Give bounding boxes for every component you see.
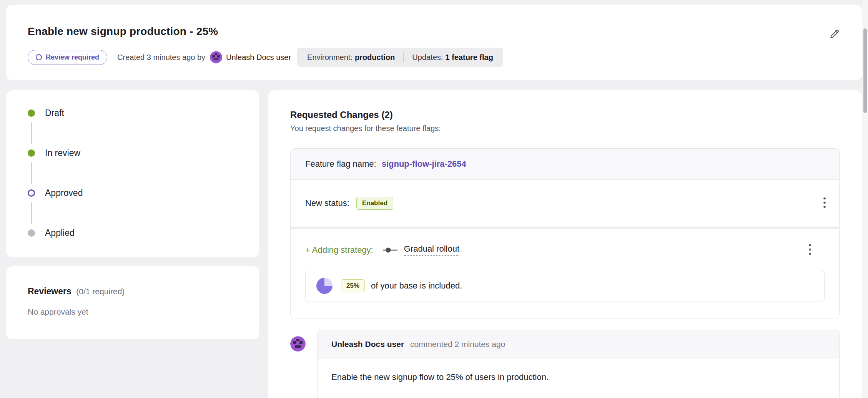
rollout-summary: 25% of your base is included. — [305, 270, 825, 302]
header-meta: Review required Created 3 minutes ago by… — [28, 48, 840, 67]
timeline-step-approved: Approved — [28, 187, 259, 199]
timeline-step-label: In review — [45, 148, 80, 158]
circle-outline-icon — [36, 54, 42, 60]
strategy-change-menu-button[interactable] — [805, 241, 815, 259]
change-request-page: Enable new signup production - 25% Revie… — [6, 5, 862, 398]
divider — [403, 52, 404, 62]
content-area: Draft In review Approved Applied — [6, 90, 862, 398]
enabled-status-badge: Enabled — [356, 197, 393, 210]
updates-label: Updates: — [412, 53, 443, 61]
flag-name-label: Feature flag name: — [305, 159, 376, 169]
rollout-text: of your base is included. — [371, 281, 462, 291]
rollout-slider-icon — [382, 247, 398, 254]
strategy-change-label: + Adding strategy: — [305, 245, 373, 255]
flag-card-header: Feature flag name: signup-flow-jira-2654 — [291, 149, 839, 180]
comment-body: Enable the new signup flow to 25% of use… — [318, 358, 839, 398]
timeline-card: Draft In review Approved Applied — [6, 90, 259, 257]
step-dot-completed — [28, 109, 35, 117]
reviewers-title: Reviewers — [28, 286, 72, 296]
no-approvals-text: No approvals yet — [28, 307, 259, 317]
kebab-menu-icon — [823, 204, 826, 210]
review-required-badge: Review required — [28, 50, 107, 65]
comment-row: Unleash Docs user commented 2 minutes ag… — [290, 330, 840, 398]
updates-value: 1 feature flag — [445, 53, 493, 61]
environment-label: Environment: — [307, 53, 353, 61]
changes-title: Requested Changes (2) — [290, 109, 840, 120]
timeline-step-label: Approved — [45, 188, 83, 198]
status-change-label: New status: — [305, 198, 349, 208]
environment-info: Environment:production — [307, 53, 395, 62]
environment-value: production — [355, 53, 395, 61]
author-name: Unleash Docs user — [226, 53, 291, 62]
reviewers-requirement: (0/1 required) — [76, 287, 125, 296]
comment-box: Unleash Docs user commented 2 minutes ag… — [317, 330, 840, 398]
comment-meta: commented 2 minutes ago — [410, 340, 505, 348]
header-card: Enable new signup production - 25% Revie… — [6, 5, 862, 80]
step-dot-pending — [28, 229, 35, 237]
strategy-change-section: + Adding strategy: Gradual rollout — [291, 229, 839, 318]
comment-avatar — [290, 336, 306, 352]
status-change-row: New status: Enabled — [291, 180, 839, 227]
step-dot-completed — [28, 149, 35, 157]
page-title: Enable new signup production - 25% — [28, 5, 840, 38]
edit-button[interactable] — [827, 26, 842, 42]
timeline-step-applied: Applied — [28, 227, 259, 239]
timeline-step-in-review: In review — [28, 147, 259, 159]
status-change-menu-button[interactable] — [819, 194, 830, 212]
rollout-percent-badge: 25% — [341, 279, 365, 292]
flag-name-link[interactable]: signup-flow-jira-2654 — [382, 159, 466, 169]
requested-changes-panel: Requested Changes (2) You request change… — [268, 90, 862, 398]
timeline-step-draft: Draft — [28, 107, 259, 119]
strategy-change-row: + Adding strategy: Gradual rollout — [305, 244, 825, 256]
changes-subtitle: You request changes for these feature fl… — [290, 124, 840, 133]
identicon-avatar — [290, 336, 306, 352]
reviewers-card: Reviewers (0/1 required) No approvals ye… — [6, 266, 259, 339]
timeline-connector — [31, 202, 32, 224]
scrollbar-thumb[interactable] — [863, 28, 867, 113]
comment-author: Unleash Docs user — [331, 340, 404, 348]
environment-info-box: Environment:production Updates:1 feature… — [297, 48, 503, 67]
review-required-label: Review required — [46, 53, 99, 61]
timeline-step-label: Applied — [45, 228, 75, 238]
timeline-step-label: Draft — [45, 108, 64, 118]
author-avatar — [210, 51, 222, 63]
created-text: Created 3 minutes ago by — [117, 53, 205, 62]
pencil-icon — [829, 35, 840, 40]
strategy-name[interactable]: Gradual rollout — [404, 244, 459, 256]
timeline-connector — [31, 122, 32, 144]
kebab-menu-icon — [808, 251, 811, 257]
left-sidebar: Draft In review Approved Applied — [6, 90, 259, 339]
feature-flag-change-card: Feature flag name: signup-flow-jira-2654… — [290, 148, 840, 318]
updates-info: Updates:1 feature flag — [412, 53, 493, 62]
timeline-connector — [31, 162, 32, 184]
pie-chart-icon — [316, 278, 333, 294]
identicon-avatar — [210, 51, 222, 63]
step-dot-current — [28, 189, 35, 197]
page-scrollbar[interactable] — [862, 0, 868, 398]
comment-header: Unleash Docs user commented 2 minutes ag… — [318, 330, 839, 358]
